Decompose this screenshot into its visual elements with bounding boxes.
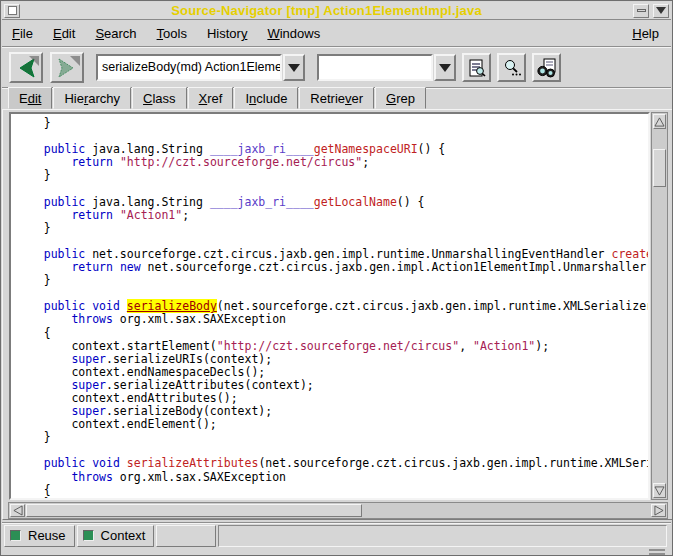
code-segment: context.startElement( (16, 339, 217, 353)
code-segment: getLocalName (314, 195, 397, 209)
label-text: Hie (64, 91, 84, 106)
window-menu-button[interactable] (4, 4, 20, 18)
bottom-toggles: ReuseContext (2, 525, 154, 547)
window-menu-icon (8, 6, 17, 15)
code-line[interactable]: return "http://czt.sourceforge.net/circu… (16, 156, 648, 169)
code-line[interactable]: throws org.xml.sax.SAXException (16, 471, 648, 484)
scroll-up-button[interactable] (653, 114, 666, 129)
menu-item-history[interactable]: History (197, 22, 257, 45)
code-line[interactable]: } (16, 169, 648, 182)
grep-button[interactable] (532, 53, 561, 82)
tab-edit[interactable]: Edit (8, 87, 52, 109)
code-line[interactable]: } (16, 497, 648, 500)
vertical-scroll-thumb[interactable] (653, 149, 666, 187)
tab-class[interactable]: Class (132, 87, 187, 109)
code-segment: context.endAttributes(); (16, 391, 238, 405)
search-combo-dropdown[interactable] (434, 54, 456, 81)
code-segment: net.sourceforge.czt.circus.jaxb.gen.impl… (141, 260, 650, 274)
code-segment: (net.sourceforge.czt.circus.jaxb.gen.imp… (217, 299, 650, 313)
tab-xref[interactable]: Xref (188, 87, 234, 109)
code-line[interactable]: } (16, 431, 648, 444)
history-dropdown-marker (70, 56, 80, 66)
menu-item-search[interactable]: Search (85, 22, 146, 45)
mnemonic-underline: G (386, 91, 396, 106)
code-line[interactable]: throws org.xml.sax.SAXException (16, 313, 648, 326)
editor-view-button[interactable] (462, 53, 491, 82)
menu-bar-items: FileEditSearchToolsHistoryWindows (2, 22, 330, 45)
source-navigator-window: Source-Navigator [tmp] Action1ElementImp… (0, 0, 673, 556)
label-text: elp (642, 26, 659, 41)
code-segment: } (16, 168, 51, 182)
code-line[interactable]: } (16, 274, 648, 287)
tab-hierarchy[interactable]: Hierarchy (53, 87, 131, 109)
arrow-down-icon (654, 486, 665, 496)
code-segment: super (71, 404, 106, 418)
code-line[interactable]: } (16, 222, 648, 235)
minimize-button[interactable] (633, 4, 649, 18)
code-segment: public (44, 299, 86, 313)
code-segment (16, 195, 44, 209)
shade-button[interactable] (653, 4, 669, 18)
code-segment: createUnmarshaller (611, 247, 650, 261)
binoculars-document-icon (536, 58, 558, 78)
code-segment: org.xml.sax.SAXException (113, 312, 286, 326)
tab-include[interactable]: Include (234, 87, 298, 109)
back-button[interactable] (9, 52, 43, 83)
search-combo-entry[interactable] (317, 54, 433, 81)
tab-retriever[interactable]: Retriever (299, 87, 374, 109)
scroll-right-button[interactable] (651, 504, 666, 517)
toggle-label: Context (101, 528, 146, 543)
code-segment: void (92, 456, 120, 470)
code-line[interactable]: context.endElement(); (16, 418, 648, 431)
code-segment: ; (362, 155, 369, 169)
code-line[interactable]: } (16, 117, 648, 130)
label-text: dit (62, 26, 76, 41)
toggle-label: Reuse (28, 528, 66, 543)
mnemonic-underline: H (632, 26, 641, 41)
code-segment: } (16, 273, 51, 287)
horizontal-scrollbar[interactable] (8, 502, 668, 519)
code-line[interactable]: { (16, 484, 648, 497)
code-segment (16, 208, 71, 222)
menu-item-edit[interactable]: Edit (43, 22, 85, 45)
highlighted-symbol: serializeBody (127, 299, 217, 313)
resize-grip[interactable] (649, 549, 665, 555)
label-text: Histor (207, 26, 241, 41)
title-bar[interactable]: Source-Navigator [tmp] Action1ElementImp… (2, 2, 671, 20)
code-line[interactable]: return "Action1"; (16, 209, 648, 222)
code-segment: serializeAttributes (127, 456, 259, 470)
code-segment: } (16, 221, 51, 235)
search-dialog-button[interactable] (497, 53, 526, 82)
mnemonic-underline: X (199, 91, 208, 106)
scroll-left-button[interactable] (10, 504, 25, 517)
code-segment: .serializeAttributes(context); (106, 378, 314, 392)
code-segment: org.xml.sax.SAXException (113, 470, 286, 484)
vertical-scrollbar[interactable] (651, 112, 668, 500)
tab-grep[interactable]: Grep (375, 87, 426, 109)
code-line[interactable]: return new net.sourceforge.czt.circus.ja… (16, 261, 648, 274)
menu-item-file[interactable]: File (2, 22, 43, 45)
chevron-down-icon (288, 64, 300, 72)
code-segment: new (120, 260, 141, 274)
code-segment: "http://czt.sourceforge.net/circus" (217, 339, 459, 353)
code-segment: "Action1" (473, 339, 535, 353)
code-segment: ____jaxb_ri____ (210, 142, 314, 156)
menu-item-windows[interactable]: Windows (257, 22, 330, 45)
bottom-bar: ReuseContext (2, 522, 671, 548)
forward-button[interactable] (50, 52, 84, 83)
chevron-down-icon (439, 64, 451, 72)
symbol-combo-entry[interactable]: serializeBody(md) Action1Elemen (96, 54, 282, 81)
symbol-combo-dropdown[interactable] (283, 54, 305, 81)
menu-item-tools[interactable]: Tools (147, 22, 197, 45)
scroll-down-button[interactable] (653, 483, 666, 498)
menu-item-help[interactable]: Help (620, 22, 671, 45)
code-segment (16, 155, 71, 169)
label-text: earch (104, 26, 137, 41)
toggle-context[interactable]: Context (77, 525, 155, 547)
code-segment: getNamespaceURI (314, 142, 418, 156)
code-segment: throws (71, 312, 113, 326)
horizontal-scroll-thumb[interactable] (26, 504, 362, 517)
code-area[interactable]: } public java.lang.String ____jaxb_ri___… (9, 112, 650, 500)
toggle-reuse[interactable]: Reuse (4, 525, 75, 547)
code-segment (16, 260, 71, 274)
